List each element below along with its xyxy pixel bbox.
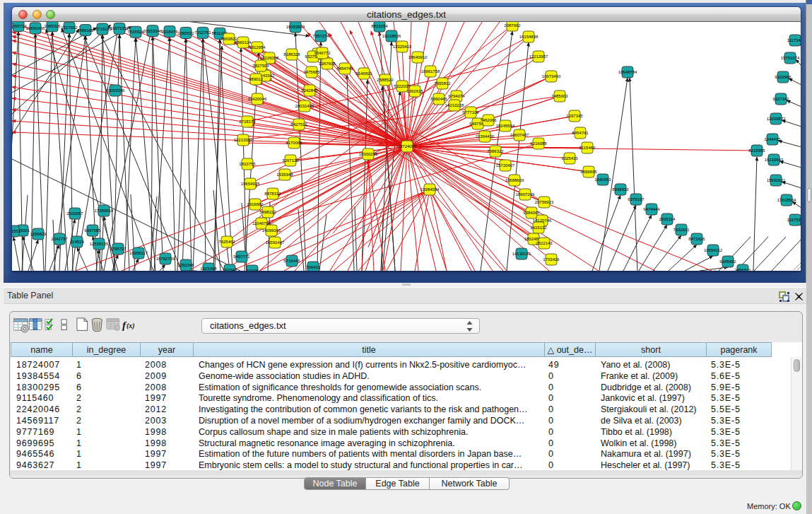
svg-text:14210228: 14210228 [445,103,464,107]
svg-text:4055714: 4055714 [12,24,27,28]
svg-text:2042737: 2042737 [51,237,68,241]
svg-text:18245544: 18245544 [496,124,515,128]
svg-text:16961758: 16961758 [421,69,440,74]
svg-text:8813054: 8813054 [371,24,388,28]
svg-text:6216088: 6216088 [530,141,547,146]
svg-text:18907249: 18907249 [516,192,535,197]
svg-text:1795727: 1795727 [110,247,126,251]
svg-text:7986322: 7986322 [487,149,504,153]
svg-text:9699695: 9699695 [580,170,597,174]
svg-text:9474444: 9474444 [643,207,660,211]
svg-text:1117343: 1117343 [787,38,801,42]
svg-text:16591447: 16591447 [266,240,285,245]
svg-text:8938923: 8938923 [612,187,629,192]
svg-text:1025433: 1025433 [561,156,578,160]
svg-text:9242845: 9242845 [301,88,318,93]
svg-text:12505135: 12505135 [90,242,109,246]
svg-text:18640910: 18640910 [408,55,428,59]
svg-text:1065326: 1065326 [44,24,61,28]
svg-text:16210643: 16210643 [765,158,784,162]
svg-text:16154838: 16154838 [519,35,539,39]
svg-text:989012: 989012 [249,77,264,81]
svg-text:7515524: 7515524 [127,30,144,34]
svg-text:9457771: 9457771 [233,255,250,259]
svg-text:3267130: 3267130 [282,158,299,163]
svg-text:12213957: 12213957 [529,54,548,59]
svg-text:7955812: 7955812 [434,81,451,86]
svg-text:8471626: 8471626 [688,237,705,241]
svg-text:19218506: 19218506 [382,34,401,38]
svg-text:5498222: 5498222 [259,210,276,214]
svg-text:20553346: 20553346 [143,29,163,33]
svg-text:20756923: 20756923 [535,200,554,204]
svg-text:9329966: 9329966 [775,75,792,79]
svg-text:5322037: 5322037 [394,84,411,88]
svg-text:9777109: 9777109 [462,110,479,115]
svg-text:17016504: 17016504 [777,198,796,202]
svg-text:21364436: 21364436 [476,134,495,139]
svg-text:1527602: 1527602 [61,25,78,30]
svg-text:8990445: 8990445 [430,97,447,101]
svg-text:2588520: 2588520 [377,78,394,82]
svg-text:16782759: 16782759 [156,257,175,261]
svg-text:5716445: 5716445 [283,259,300,263]
svg-text:8878312: 8878312 [264,192,281,196]
svg-text:19384554: 19384554 [420,187,440,192]
svg-text:1535948: 1535948 [276,173,293,177]
svg-text:13226058: 13226058 [260,56,279,60]
svg-text:10688609: 10688609 [505,178,524,182]
svg-text:8427512: 8427512 [290,122,307,127]
svg-text:1065532: 1065532 [177,31,194,35]
svg-text:13325419: 13325419 [393,45,412,49]
svg-text:18300295: 18300295 [359,152,378,156]
svg-text:(x): (x) [126,322,135,330]
svg-text:1810755: 1810755 [239,162,256,166]
svg-text:1362615: 1362615 [406,89,423,93]
svg-text:15720407: 15720407 [496,163,515,168]
svg-text:9245652: 9245652 [719,259,736,264]
svg-text:2087662: 2087662 [504,23,521,28]
svg-text:1615132: 1615132 [530,226,547,230]
svg-text:1640953: 1640953 [594,177,611,182]
svg-text:10671355: 10671355 [110,26,129,30]
svg-text:8660124: 8660124 [235,40,252,45]
svg-text:2935114: 2935114 [659,217,676,221]
svg-text:14136141: 14136141 [512,252,531,256]
svg-text:1156829: 1156829 [30,232,47,236]
svg-text:3912954: 3912954 [249,45,266,49]
svg-text:1292346: 1292346 [177,263,194,267]
svg-text:9115460: 9115460 [579,146,596,150]
svg-text:15692921: 15692921 [767,178,786,182]
svg-text:9397585: 9397585 [84,228,101,233]
svg-text:8215955: 8215955 [748,148,765,153]
svg-text:7625402: 7625402 [218,240,235,244]
svg-text:7357274: 7357274 [312,34,329,38]
svg-text:12093872: 12093872 [767,117,786,121]
svg-text:1167533: 1167533 [787,218,801,222]
svg-text:10648784: 10648784 [618,70,637,74]
svg-text:10607487: 10607487 [510,133,529,137]
svg-text:15751074: 15751074 [781,56,800,60]
svg-text:4170066: 4170066 [286,141,302,145]
svg-text:114519: 114519 [70,240,84,244]
svg-text:20691406: 20691406 [26,26,45,30]
svg-text:6466160: 6466160 [77,28,94,33]
svg-text:9146821: 9146821 [355,71,372,76]
svg-text:1733426: 1733426 [543,257,560,262]
svg-text:766421: 766421 [306,265,321,269]
svg-text:18724007: 18724007 [398,144,417,148]
svg-text:7462066: 7462066 [480,118,497,122]
svg-text:9318476: 9318476 [161,30,178,34]
svg-text:16053809: 16053809 [286,25,305,29]
svg-text:1916682: 1916682 [247,202,264,206]
svg-text:1244415: 1244415 [764,137,781,141]
svg-text:19654935: 19654935 [241,182,260,186]
svg-text:12213382: 12213382 [234,138,253,142]
svg-text:3827509: 3827509 [252,64,269,68]
svg-text:8186328: 8186328 [283,52,300,57]
svg-text:20053346: 20053346 [106,88,125,93]
svg-text:2367608: 2367608 [319,62,336,66]
svg-text:2020657: 2020657 [66,211,83,216]
svg-text:8454741: 8454741 [572,131,589,135]
svg-text:8454749: 8454749 [336,66,353,71]
